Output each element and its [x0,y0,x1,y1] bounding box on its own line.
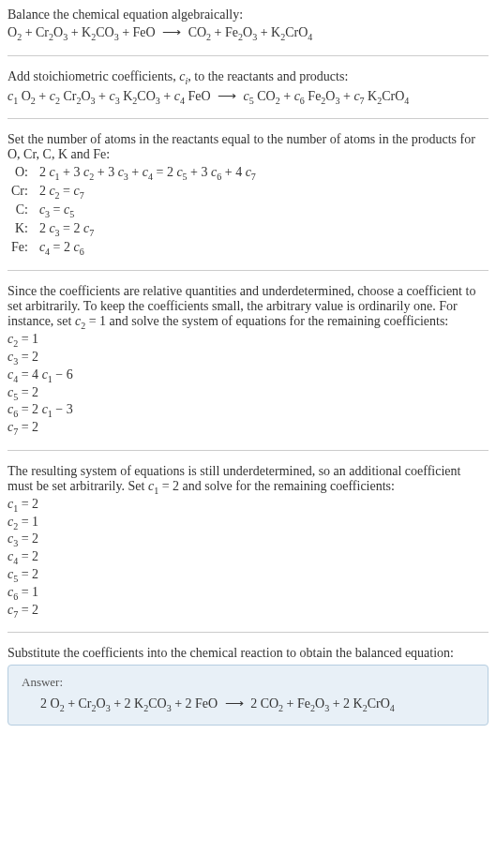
step1-intro: Balance the chemical equation algebraica… [8,7,488,22]
table-row: Fe: c4 = 2 c6 [8,239,260,258]
atom-equation: 2 c1 + 3 c2 + 3 c3 + c4 = 2 c5 + 3 c6 + … [36,164,260,183]
list-item: c2 = 1 [8,332,488,349]
list-item: c4 = 4 c1 − 6 [8,367,488,384]
step3-intro: Set the number of atoms in the reactants… [8,132,488,162]
balanced-equation: 2 O2 + Cr2O3 + 2 K2CO3 + 2 FeO ⟶ 2 CO2 +… [22,696,474,713]
step5-section: The resulting system of equations is sti… [8,464,488,619]
step2-equation: c1 O2 + c2 Cr2O3 + c3 K2CO3 + c4 FeO ⟶ c… [8,88,488,106]
atom-equation: c3 = c5 [36,202,260,220]
list-item: c3 = 2 [8,350,488,367]
atom-label: Cr: [8,183,36,202]
answer-box: Answer: 2 O2 + Cr2O3 + 2 K2CO3 + 2 FeO ⟶… [8,665,488,726]
atom-equation: 2 c3 = 2 c7 [36,220,260,239]
divider [8,270,488,271]
atom-equation: 2 c2 = c7 [36,183,260,202]
step2-intro: Add stoichiometric coefficients, ci, to … [8,69,488,86]
reaction-arrow-icon: ⟶ [211,89,244,103]
divider [8,118,488,119]
list-item: c6 = 2 c1 − 3 [8,402,488,419]
step6-section: Substitute the coefficients into the che… [8,646,488,726]
list-item: c1 = 2 [8,497,488,514]
step4-section: Since the coefficients are relative quan… [8,284,488,437]
divider [8,55,488,56]
list-item: c6 = 1 [8,585,488,602]
table-row: K: 2 c3 = 2 c7 [8,220,260,239]
list-item: c5 = 2 [8,385,488,402]
step5-intro: The resulting system of equations is sti… [8,464,488,496]
atom-balance-table: O: 2 c1 + 3 c2 + 3 c3 + c4 = 2 c5 + 3 c6… [8,164,260,257]
list-item: c5 = 2 [8,567,488,584]
reaction-arrow-icon: ⟶ [156,25,188,39]
step1-section: Balance the chemical equation algebraica… [8,7,488,42]
list-item: c2 = 1 [8,515,488,531]
atom-label: O: [8,164,36,183]
coefficient-list: c2 = 1 c3 = 2 c4 = 4 c1 − 6 c5 = 2 c6 = … [8,332,488,437]
atom-equation: c4 = 2 c6 [36,239,260,258]
list-item: c7 = 2 [8,420,488,437]
step4-intro: Since the coefficients are relative quan… [8,284,488,331]
reaction-arrow-icon: ⟶ [218,696,250,711]
answer-label: Answer: [22,675,474,690]
step3-section: Set the number of atoms in the reactants… [8,132,488,257]
coefficient-list: c1 = 2 c2 = 1 c3 = 2 c4 = 2 c5 = 2 c6 = … [8,497,488,620]
divider [8,450,488,451]
list-item: c7 = 2 [8,603,488,620]
atom-label: K: [8,220,36,239]
step1-equation: O2 + Cr2O3 + K2CO3 + FeO ⟶ CO2 + Fe2O3 +… [8,24,488,42]
table-row: C: c3 = c5 [8,202,260,220]
list-item: c4 = 2 [8,549,488,566]
divider [8,632,488,633]
table-row: O: 2 c1 + 3 c2 + 3 c3 + c4 = 2 c5 + 3 c6… [8,164,260,183]
step2-section: Add stoichiometric coefficients, ci, to … [8,69,488,106]
atom-label: C: [8,202,36,220]
step6-intro: Substitute the coefficients into the che… [8,646,488,661]
list-item: c3 = 2 [8,531,488,548]
atom-label: Fe: [8,239,36,258]
table-row: Cr: 2 c2 = c7 [8,183,260,202]
